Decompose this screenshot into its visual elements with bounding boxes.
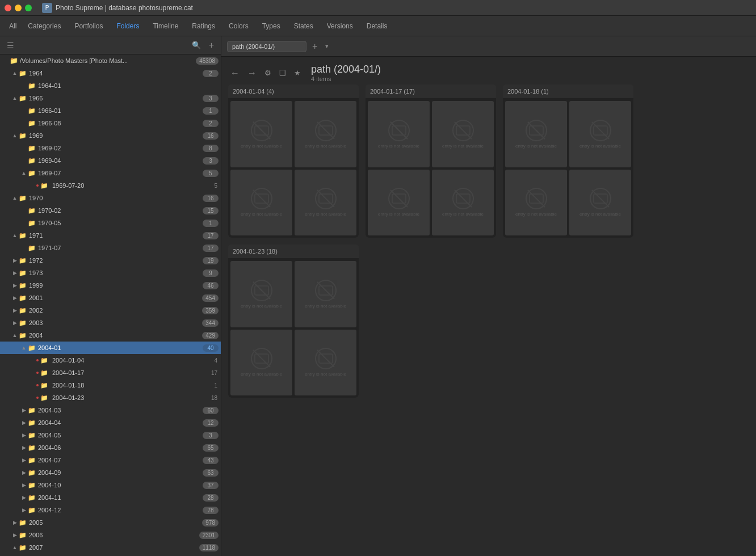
tree-item-1966-01[interactable]: 📁 1966-01 1 <box>0 104 221 117</box>
tab-folders[interactable]: Folders <box>110 19 146 33</box>
item-name: 1972 <box>29 257 203 264</box>
tab-portfolios[interactable]: Portfolios <box>68 19 110 33</box>
tree-item-2007[interactable]: ▲ 📁 2007 1118 <box>0 541 221 554</box>
tree-item-1966-08[interactable]: 📁 1966-08 2 <box>0 117 221 129</box>
no-image-icon <box>314 119 337 142</box>
tree-item-1971-07[interactable]: 📁 1971-07 17 <box>0 242 221 254</box>
arrow-icon: ▲ <box>11 95 18 101</box>
svg-line-12 <box>317 190 334 207</box>
folder-icon: 📁 <box>40 394 49 402</box>
item-name: 1971 <box>29 232 203 239</box>
tab-states[interactable]: States <box>287 19 320 33</box>
tree-item-1966[interactable]: ▲ 📁 1966 3 <box>0 92 221 104</box>
tab-details[interactable]: Details <box>360 19 394 33</box>
tree-item-2004-09[interactable]: ▶ 📁 2004-09 63 <box>0 466 221 479</box>
tree-item-1973[interactable]: ▶ 📁 1973 9 <box>0 267 221 279</box>
filter-btn[interactable]: ⚙ <box>262 68 274 78</box>
tab-types[interactable]: Types <box>255 19 287 33</box>
sidebar: ☰ 🔍 + 📁 /Volumes/Photo Masters [Photo Ma… <box>0 36 221 556</box>
tree-item-1969[interactable]: ▲ 📁 1969 16 <box>0 129 221 142</box>
close-btn[interactable] <box>5 5 11 11</box>
tree-item-1971[interactable]: ▲ 📁 1971 17 <box>0 229 221 242</box>
tree-item-1969-04[interactable]: 📁 1969-04 3 <box>0 154 221 167</box>
folder-icon: 📁 <box>18 269 27 277</box>
svg-line-32 <box>592 122 609 139</box>
tree-item-1964[interactable]: ▲ 📁 1964 2 <box>0 67 221 79</box>
tree-item-1969-07-20[interactable]: 📁 1969-07-20 5 <box>0 179 221 192</box>
sidebar-search-btn[interactable]: 🔍 <box>190 40 203 50</box>
tab-categories[interactable]: Categories <box>21 19 68 33</box>
content-path-title: path (2004-01/) <box>311 64 381 75</box>
add-path-btn[interactable]: + <box>310 40 320 53</box>
tree-item-2004-07[interactable]: ▶ 📁 2004-07 43 <box>0 454 221 466</box>
tree-item-2004-03[interactable]: ▶ 📁 2004-03 60 <box>0 404 221 416</box>
tree-item-2004-06[interactable]: ▶ 📁 2004-06 65 <box>0 441 221 454</box>
thumb-cell-4: entry is not available <box>569 170 631 236</box>
maximize-btn[interactable] <box>25 5 32 11</box>
tree-item-2002[interactable]: ▶ 📁 2002 359 <box>0 304 221 317</box>
item-name: 1970-02 <box>38 207 203 214</box>
tab-all[interactable]: All <box>5 19 21 33</box>
dropdown-arrow-btn[interactable]: ▾ <box>323 41 331 51</box>
tab-colors[interactable]: Colors <box>222 19 255 33</box>
folder-icon: 📁 <box>18 282 27 289</box>
no-image-text: entry is not available <box>442 144 484 149</box>
tree-item-2004-11[interactable]: ▶ 📁 2004-11 28 <box>0 491 221 504</box>
item-name: 2003 <box>29 319 202 326</box>
tree-item-2004-05[interactable]: ▶ 📁 2004-05 3 <box>0 429 221 441</box>
tree-item-2004-01-23[interactable]: 📁 2004-01-23 18 <box>0 391 221 404</box>
tree-item-2004-12[interactable]: ▶ 📁 2004-12 78 <box>0 504 221 516</box>
no-image-icon <box>250 119 273 142</box>
tree-item-1999[interactable]: ▶ 📁 1999 46 <box>0 279 221 292</box>
folder-icon: 📁 <box>18 232 27 239</box>
thumb-cell-3: entry is not available <box>368 170 430 236</box>
sidebar-add-btn[interactable]: + <box>207 39 216 52</box>
no-image-icon <box>525 119 548 142</box>
svg-line-6 <box>317 122 334 139</box>
tree-item-2003[interactable]: ▶ 📁 2003 344 <box>0 317 221 329</box>
tab-ratings[interactable]: Ratings <box>185 19 222 33</box>
item-name: 2005 <box>29 519 202 526</box>
item-name: 2004-11 <box>38 494 203 501</box>
tree-item-1964-01[interactable]: 📁 1964-01 <box>0 79 221 92</box>
folder-icon: 📁 <box>27 107 36 115</box>
tree-item-2004-10[interactable]: ▶ 📁 2004-10 37 <box>0 479 221 491</box>
folder-icon: 📁 <box>27 494 36 502</box>
tab-versions[interactable]: Versions <box>320 19 360 33</box>
item-name: 2004-03 <box>38 407 203 414</box>
tree-item-2004-04[interactable]: ▶ 📁 2004-04 12 <box>0 416 221 429</box>
thumb-card-t1[interactable]: 2004-01-04 (4) entry is not available <box>228 85 359 238</box>
tree-item-2004-01[interactable]: ▲ 📁 2004-01 40 <box>0 342 221 354</box>
star-btn[interactable]: ★ <box>292 68 303 78</box>
arrow-icon: ▶ <box>20 445 27 450</box>
layers-btn[interactable]: ❑ <box>277 68 288 78</box>
no-image-icon <box>250 347 273 370</box>
tree-item-2005[interactable]: ▶ 📁 2005 978 <box>0 516 221 529</box>
sidebar-menu-btn[interactable]: ☰ <box>5 40 16 51</box>
tree-item-1969-02[interactable]: 📁 1969-02 8 <box>0 142 221 154</box>
tree-item-1970-02[interactable]: 📁 1970-02 15 <box>0 204 221 217</box>
tree-item-2001[interactable]: ▶ 📁 2001 454 <box>0 292 221 304</box>
tree-item-1972[interactable]: ▶ 📁 1972 19 <box>0 254 221 267</box>
back-btn[interactable]: ← <box>228 67 242 79</box>
item-count: 17 <box>211 370 217 376</box>
thumb-header: 2004-01-18 (1) <box>503 85 633 99</box>
tree-item-root[interactable]: 📁 /Volumes/Photo Masters [Photo Mast... … <box>0 54 221 67</box>
thumb-card-t3[interactable]: 2004-01-18 (1) entry is not available <box>503 85 633 238</box>
minimize-btn[interactable] <box>15 5 22 11</box>
tree-item-2007-01[interactable]: 📁 2007-01 15 <box>0 554 221 556</box>
tree-item-2004-01-18[interactable]: 📁 2004-01-18 1 <box>0 379 221 391</box>
thumb-card-t2[interactable]: 2004-01-17 (17) entry is not available <box>366 85 496 238</box>
thumb-card-t4[interactable]: 2004-01-23 (18) entry is not available <box>228 245 359 398</box>
tree-item-2004-01-04[interactable]: 📁 2004-01-04 4 <box>0 354 221 367</box>
tab-timeline[interactable]: Timeline <box>146 19 185 33</box>
path-dropdown[interactable]: path (2004-01/) <box>227 41 306 52</box>
folder-icon: 📁 <box>18 70 27 77</box>
tree-item-1970-05[interactable]: 📁 1970-05 1 <box>0 217 221 229</box>
forward-btn[interactable]: → <box>245 67 259 79</box>
tree-item-1969-07[interactable]: ▲ 📁 1969-07 5 <box>0 167 221 179</box>
tree-item-2004[interactable]: ▲ 📁 2004 429 <box>0 329 221 342</box>
tree-item-2004-01-17[interactable]: 📁 2004-01-17 17 <box>0 367 221 379</box>
tree-item-1970[interactable]: ▲ 📁 1970 16 <box>0 192 221 204</box>
tree-item-2006[interactable]: ▶ 📁 2006 2301 <box>0 529 221 541</box>
